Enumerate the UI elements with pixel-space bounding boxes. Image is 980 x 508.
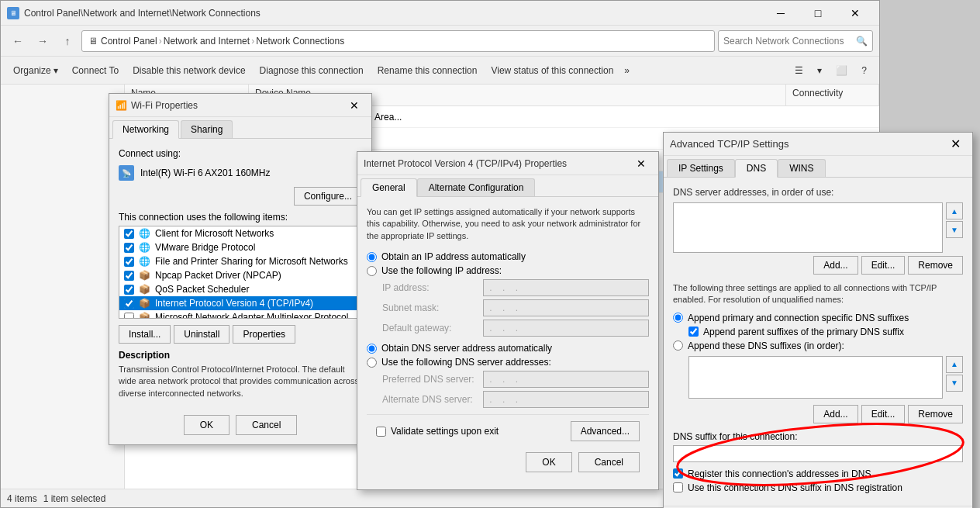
back-button[interactable]: ←	[7, 30, 29, 52]
description-text: Transmission Control Protocol/Internet P…	[119, 364, 362, 399]
register-checkbox[interactable]	[673, 468, 683, 479]
suffix-down-button[interactable]: ▼	[946, 375, 963, 392]
validate-checkbox[interactable]	[376, 427, 386, 437]
advanced-tcpip-dialog: Advanced TCP/IP Settings ✕ IP Settings D…	[663, 132, 973, 508]
advanced-button[interactable]: Advanced...	[571, 421, 640, 441]
organize-button[interactable]: Organize ▾	[7, 60, 64, 81]
item-checkbox[interactable]	[124, 313, 134, 320]
connectivity-column-header[interactable]: Connectivity	[786, 85, 879, 105]
validate-label: Validate settings upon exit	[391, 426, 499, 437]
item-checkbox[interactable]	[124, 271, 134, 281]
search-input[interactable]	[723, 36, 853, 47]
append-these-radio[interactable]	[673, 340, 683, 351]
tab-networking[interactable]: Networking	[112, 120, 179, 139]
suffix-add-button[interactable]: Add...	[813, 405, 858, 423]
list-item[interactable]: 🌐 File and Printer Sharing for Microsoft…	[119, 254, 361, 268]
list-item[interactable]: 📦 Internet Protocol Version 4 (TCP/IPv4)	[119, 296, 361, 310]
forward-button[interactable]: →	[32, 30, 53, 52]
wifi-ok-button[interactable]: OK	[184, 415, 229, 435]
append-parent-row: Append parent suffixes of the primary DN…	[688, 327, 963, 337]
preferred-dns-label: Preferred DNS server:	[382, 374, 483, 385]
address-icon: 🖥	[88, 36, 98, 47]
auto-dns-label: Obtain DNS server address automatically	[381, 343, 552, 354]
dns-arrow-buttons: ▲ ▼	[946, 202, 963, 253]
maximize-button[interactable]: □	[800, 2, 836, 25]
suffixes-list[interactable]	[688, 356, 943, 399]
close-button[interactable]: ✕	[837, 2, 873, 25]
tab-sharing[interactable]: Sharing	[181, 120, 233, 138]
tab-dns[interactable]: DNS	[735, 159, 778, 178]
auto-dns-radio[interactable]	[367, 344, 377, 354]
item-label: Npcap Packet Driver (NPCAP)	[155, 270, 281, 281]
preferred-dns-input[interactable]	[483, 371, 649, 388]
help-button[interactable]: ?	[855, 60, 873, 81]
tab-general[interactable]: General	[361, 178, 417, 197]
dns-server-list[interactable]	[673, 202, 943, 253]
dns-add-button[interactable]: Add...	[813, 256, 858, 275]
default-gateway-input[interactable]	[483, 320, 649, 337]
dns-up-button[interactable]: ▲	[946, 202, 963, 219]
ipv4-action-footer: OK Cancel	[367, 448, 649, 480]
suffix-up-button[interactable]: ▲	[946, 356, 963, 373]
item-checkbox[interactable]	[124, 229, 134, 239]
adv-body: DNS server addresses, in order of use: ▲…	[664, 178, 972, 506]
dns-edit-button[interactable]: Edit...	[861, 256, 906, 275]
list-item[interactable]: 📦 Microsoft Network Adapter Multiplexor …	[119, 310, 361, 319]
diagnose-button[interactable]: Diagnose this connection	[254, 60, 370, 81]
properties-button[interactable]: Properties	[233, 325, 295, 344]
ip-address-input[interactable]	[483, 279, 649, 296]
ipv4-close-button[interactable]: ✕	[630, 154, 652, 173]
item-label: Microsoft Network Adapter Multiplexor Pr…	[155, 312, 348, 319]
connect-to-button[interactable]: Connect To	[66, 60, 126, 81]
items-label: This connection uses the following items…	[119, 212, 362, 223]
tab-alternate-config[interactable]: Alternate Configuration	[417, 178, 536, 196]
wifi-cancel-button[interactable]: Cancel	[236, 415, 297, 435]
wifi-dialog-title: Wi-Fi Properties	[131, 100, 339, 111]
ipv4-ok-button[interactable]: OK	[526, 452, 571, 472]
configure-button[interactable]: Configure...	[294, 187, 362, 206]
item-checkbox[interactable]	[124, 285, 134, 295]
tab-ip-settings[interactable]: IP Settings	[667, 159, 735, 177]
crumb-network-connections[interactable]: Network Connections	[256, 36, 344, 47]
manual-dns-radio[interactable]	[367, 358, 377, 368]
append-primary-radio[interactable]	[673, 313, 683, 323]
suffix-edit-button[interactable]: Edit...	[861, 405, 906, 423]
item-checkbox[interactable]	[124, 257, 134, 267]
dns-suffix-input[interactable]	[673, 445, 963, 462]
ipv4-description: You can get IP settings assigned automat…	[367, 206, 649, 242]
up-button[interactable]: ↑	[57, 30, 78, 52]
uninstall-button[interactable]: Uninstall	[174, 325, 229, 344]
list-item[interactable]: 🌐 VMware Bridge Protocol	[119, 240, 361, 254]
alternate-dns-input[interactable]	[483, 391, 649, 408]
crumb-control-panel[interactable]: Control Panel	[101, 36, 157, 47]
item-checkbox[interactable]	[124, 243, 134, 253]
append-parent-checkbox[interactable]	[688, 327, 699, 337]
three-settings-text: The following three settings are applied…	[673, 282, 963, 306]
list-item[interactable]: 📦 Npcap Packet Driver (NPCAP)	[119, 268, 361, 282]
auto-ip-radio[interactable]	[367, 252, 377, 262]
use-suffix-checkbox[interactable]	[673, 482, 683, 492]
install-button[interactable]: Install...	[119, 325, 171, 344]
crumb-network-internet[interactable]: Network and Internet	[164, 36, 250, 47]
list-item[interactable]: 📦 QoS Packet Scheduler	[119, 282, 361, 296]
disable-button[interactable]: Disable this network device	[126, 60, 251, 81]
manual-ip-radio[interactable]	[367, 266, 377, 276]
view-status-button[interactable]: View status of this connection	[485, 60, 619, 81]
tab-wins[interactable]: WINS	[778, 159, 825, 177]
preview-button[interactable]: ▾	[811, 60, 828, 81]
pane-button[interactable]: ⬜	[830, 60, 854, 81]
item-checkbox[interactable]	[124, 299, 134, 309]
dns-remove-button[interactable]: Remove	[908, 256, 963, 275]
ipv4-cancel-button[interactable]: Cancel	[578, 452, 640, 472]
rename-button[interactable]: Rename this connection	[371, 60, 484, 81]
minimize-button[interactable]: ─	[763, 2, 799, 25]
wifi-dialog-close[interactable]: ✕	[343, 96, 365, 115]
subnet-mask-input[interactable]	[483, 299, 649, 316]
list-item[interactable]: 🌐 Client for Microsoft Networks	[119, 226, 361, 240]
register-checkbox-row: Register this connection's addresses in …	[673, 468, 963, 479]
more-button[interactable]: »	[621, 60, 633, 81]
dns-down-button[interactable]: ▼	[946, 221, 963, 238]
suffix-remove-button[interactable]: Remove	[908, 405, 963, 423]
adv-close-button[interactable]: ✕	[944, 135, 966, 154]
view-options-button[interactable]: ☰	[788, 60, 809, 81]
